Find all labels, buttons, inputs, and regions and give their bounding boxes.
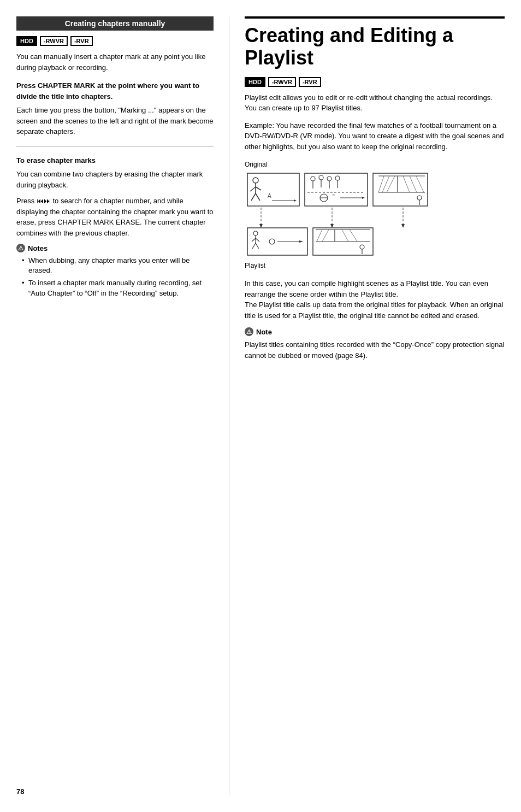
- svg-line-4: [256, 187, 261, 190]
- svg-marker-40: [330, 224, 334, 228]
- svg-line-48: [252, 243, 256, 249]
- svg-line-57: [317, 230, 322, 242]
- svg-rect-10: [305, 173, 368, 206]
- badge-rwvr-left: -RWVR: [40, 36, 68, 46]
- svg-point-61: [360, 245, 364, 249]
- diagram-playlist-label: Playlist: [245, 262, 505, 269]
- right-note-section: ⚠ Note Playlist titles containing titles…: [245, 327, 505, 361]
- svg-line-47: [256, 238, 259, 242]
- right-note-title-text: Note: [256, 328, 272, 336]
- svg-point-15: [327, 176, 331, 181]
- svg-line-6: [256, 193, 260, 201]
- right-note-body: Playlist titles containing titles record…: [245, 339, 505, 361]
- right-body3: In this case, you can compile highlight …: [245, 278, 505, 321]
- svg-line-59: [342, 230, 348, 242]
- svg-marker-52: [299, 240, 303, 243]
- svg-line-32: [403, 176, 410, 192]
- svg-marker-42: [401, 224, 405, 228]
- left-section-title: Creating chapters manually: [16, 16, 214, 31]
- svg-line-46: [252, 238, 256, 242]
- svg-line-3: [250, 187, 256, 191]
- badge-hdd-right: HDD: [245, 77, 265, 87]
- right-badge-row: HDD -RWVR -RVR: [245, 77, 505, 87]
- right-body1: Playlist edit allows you to edit or re-e…: [245, 92, 505, 114]
- right-note-header: ⚠ Note: [245, 327, 505, 336]
- badge-hdd-left: HDD: [16, 36, 37, 46]
- note-item-1: When dubbing, any chapter marks you ente…: [22, 256, 214, 275]
- left-subsection-body: Each time you press the button, "Marking…: [16, 105, 214, 137]
- notes-header: ⚠ Notes: [16, 244, 214, 252]
- svg-marker-38: [259, 224, 263, 228]
- notes-title-text: Notes: [28, 244, 48, 252]
- badge-rwvr-right: -RWVR: [268, 77, 296, 87]
- svg-point-35: [417, 196, 422, 200]
- right-note-icon: ⚠: [245, 327, 253, 336]
- svg-line-29: [378, 176, 384, 192]
- right-body2: Example: You have recorded the final few…: [245, 120, 505, 152]
- svg-point-50: [269, 239, 275, 244]
- svg-point-17: [335, 176, 340, 180]
- right-column: Creating and Editing a Playlist HDD -RWV…: [229, 16, 505, 796]
- diagram-area: Original A: [245, 161, 505, 269]
- svg-line-30: [382, 176, 389, 192]
- erase-title: To erase chapter marks: [16, 155, 214, 166]
- erase-body1: You can combine two chapters by erasing …: [16, 169, 214, 190]
- erase-body2: Press ⏮⏭ to search for a chapter number,…: [16, 196, 214, 238]
- main-title: Creating and Editing a Playlist: [245, 16, 505, 69]
- diagram-svg: A =: [245, 170, 430, 258]
- left-intro-text: You can manually insert a chapter mark a…: [16, 51, 214, 73]
- notes-icon: ⚠: [16, 244, 25, 252]
- svg-point-13: [319, 175, 323, 180]
- svg-line-49: [256, 243, 259, 249]
- svg-line-33: [410, 176, 417, 192]
- svg-point-44: [253, 231, 258, 236]
- left-subsection-title: Press CHAPTER MARK at the point where yo…: [16, 80, 214, 102]
- page-number: 78: [16, 787, 24, 796]
- svg-line-34: [416, 176, 424, 192]
- svg-point-1: [253, 178, 258, 183]
- divider: [16, 146, 214, 146]
- svg-line-31: [387, 176, 395, 192]
- svg-marker-24: [362, 197, 365, 199]
- left-badge-row: HDD -RWVR -RVR: [16, 36, 214, 46]
- svg-line-58: [322, 230, 329, 242]
- notes-section: ⚠ Notes When dubbing, any chapter marks …: [16, 244, 214, 298]
- svg-marker-9: [294, 199, 297, 202]
- badge-rvr-right: -RVR: [299, 77, 321, 87]
- svg-text:A: A: [268, 193, 271, 199]
- notes-list: When dubbing, any chapter marks you ente…: [16, 256, 214, 298]
- left-column: Creating chapters manually HDD -RWVR -RV…: [16, 16, 229, 796]
- note-item-2: To insert a chapter mark manually during…: [22, 278, 214, 298]
- svg-line-5: [251, 193, 256, 201]
- svg-point-11: [311, 176, 315, 181]
- diagram-original-label: Original: [245, 161, 505, 168]
- svg-text:=: =: [332, 192, 335, 198]
- badge-rvr-left: -RVR: [70, 36, 93, 46]
- svg-line-60: [350, 230, 357, 242]
